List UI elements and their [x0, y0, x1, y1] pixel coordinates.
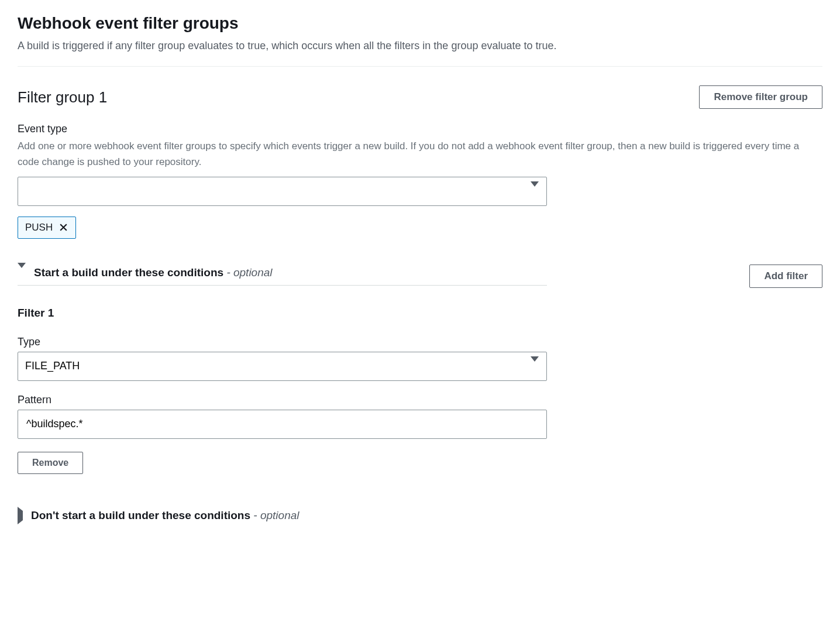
- dont-start-build-accordion-title: Don't start a build under these conditio…: [31, 509, 299, 522]
- filter-type-select[interactable]: [18, 352, 547, 381]
- filter-pattern-field: Pattern: [18, 394, 547, 439]
- event-type-select-wrapper: [18, 177, 547, 206]
- add-filter-button[interactable]: Add filter: [749, 265, 822, 288]
- filter-pattern-label: Pattern: [18, 394, 547, 406]
- start-build-accordion-header[interactable]: Start a build under these conditions - o…: [18, 266, 547, 286]
- page-description: A build is triggered if any filter group…: [18, 39, 822, 53]
- token-label: PUSH: [25, 222, 53, 233]
- filter-pattern-input[interactable]: [18, 410, 547, 439]
- header-section: Webhook event filter groups A build is t…: [18, 14, 822, 67]
- dont-start-build-accordion-header[interactable]: Don't start a build under these conditio…: [18, 509, 822, 522]
- filter-type-label: Type: [18, 336, 547, 348]
- caret-down-icon: [18, 268, 26, 277]
- event-type-token: PUSH: [18, 217, 76, 239]
- filter-type-select-wrapper: [18, 352, 547, 381]
- filter-group-header: Filter group 1 Remove filter group: [18, 85, 822, 109]
- close-icon[interactable]: [58, 222, 68, 232]
- event-type-label: Event type: [18, 123, 822, 135]
- event-type-field: Event type Add one or more webhook event…: [18, 123, 822, 239]
- event-type-description: Add one or more webhook event filter gro…: [18, 139, 822, 170]
- filter-group-title: Filter group 1: [18, 88, 107, 107]
- caret-right-icon: [18, 511, 23, 520]
- remove-filter-group-button[interactable]: Remove filter group: [699, 85, 822, 109]
- page-title: Webhook event filter groups: [18, 14, 822, 33]
- filter-type-field: Type: [18, 336, 547, 381]
- start-build-accordion-title: Start a build under these conditions - o…: [34, 266, 273, 279]
- filter-1-title: Filter 1: [18, 307, 822, 320]
- filter-group-section: Filter group 1 Remove filter group Event…: [18, 67, 822, 522]
- filter-1-section: Filter 1 Type Pattern Remove: [18, 307, 822, 474]
- remove-filter-button[interactable]: Remove: [18, 452, 83, 474]
- start-build-accordion-row: Start a build under these conditions - o…: [18, 265, 822, 288]
- event-type-select[interactable]: [18, 177, 547, 206]
